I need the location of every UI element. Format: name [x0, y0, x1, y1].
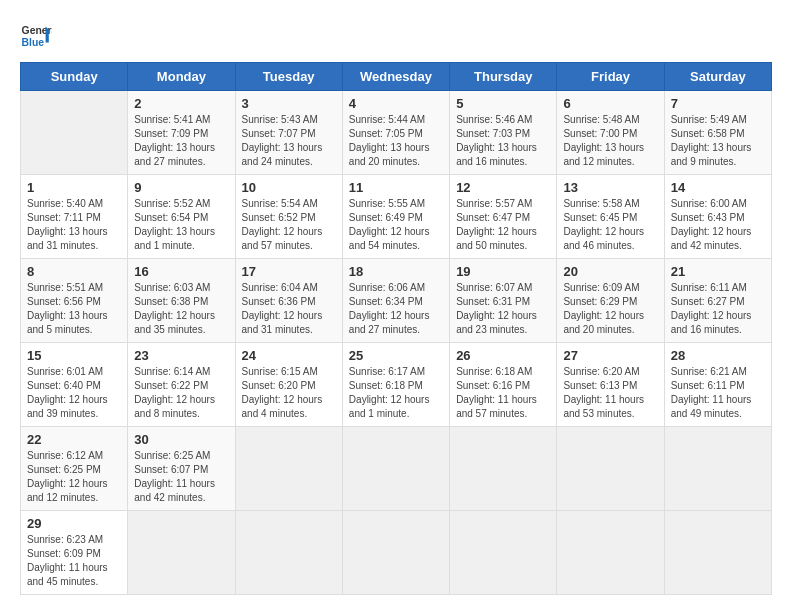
cell-content: Sunrise: 5:48 AM Sunset: 7:00 PM Dayligh…: [563, 113, 657, 169]
day-number: 1: [27, 180, 121, 195]
cell-content: Sunrise: 5:44 AM Sunset: 7:05 PM Dayligh…: [349, 113, 443, 169]
cell-content: Sunrise: 6:15 AM Sunset: 6:20 PM Dayligh…: [242, 365, 336, 421]
calendar-cell: 12Sunrise: 5:57 AM Sunset: 6:47 PM Dayli…: [450, 175, 557, 259]
cell-content: Sunrise: 6:01 AM Sunset: 6:40 PM Dayligh…: [27, 365, 121, 421]
weekday-header-cell: Sunday: [21, 63, 128, 91]
calendar-cell: [664, 511, 771, 595]
day-number: 26: [456, 348, 550, 363]
calendar-cell: 13Sunrise: 5:58 AM Sunset: 6:45 PM Dayli…: [557, 175, 664, 259]
day-number: 9: [134, 180, 228, 195]
calendar-cell: 4Sunrise: 5:44 AM Sunset: 7:05 PM Daylig…: [342, 91, 449, 175]
calendar-row: 22Sunrise: 6:12 AM Sunset: 6:25 PM Dayli…: [21, 427, 772, 511]
cell-content: Sunrise: 6:21 AM Sunset: 6:11 PM Dayligh…: [671, 365, 765, 421]
calendar-cell: [664, 427, 771, 511]
weekday-header-cell: Friday: [557, 63, 664, 91]
cell-content: Sunrise: 5:54 AM Sunset: 6:52 PM Dayligh…: [242, 197, 336, 253]
day-number: 28: [671, 348, 765, 363]
day-number: 25: [349, 348, 443, 363]
calendar-cell: 16Sunrise: 6:03 AM Sunset: 6:38 PM Dayli…: [128, 259, 235, 343]
calendar-cell: [128, 511, 235, 595]
calendar-cell: 10Sunrise: 5:54 AM Sunset: 6:52 PM Dayli…: [235, 175, 342, 259]
day-number: 21: [671, 264, 765, 279]
calendar-row: 29Sunrise: 6:23 AM Sunset: 6:09 PM Dayli…: [21, 511, 772, 595]
calendar-cell: 28Sunrise: 6:21 AM Sunset: 6:11 PM Dayli…: [664, 343, 771, 427]
calendar-cell: [557, 427, 664, 511]
day-number: 7: [671, 96, 765, 111]
calendar-cell: 3Sunrise: 5:43 AM Sunset: 7:07 PM Daylig…: [235, 91, 342, 175]
calendar-cell: [21, 91, 128, 175]
day-number: 18: [349, 264, 443, 279]
day-number: 5: [456, 96, 550, 111]
cell-content: Sunrise: 6:25 AM Sunset: 6:07 PM Dayligh…: [134, 449, 228, 505]
cell-content: Sunrise: 5:52 AM Sunset: 6:54 PM Dayligh…: [134, 197, 228, 253]
cell-content: Sunrise: 6:07 AM Sunset: 6:31 PM Dayligh…: [456, 281, 550, 337]
weekday-header-cell: Tuesday: [235, 63, 342, 91]
day-number: 16: [134, 264, 228, 279]
calendar-cell: 18Sunrise: 6:06 AM Sunset: 6:34 PM Dayli…: [342, 259, 449, 343]
calendar-table: SundayMondayTuesdayWednesdayThursdayFrid…: [20, 62, 772, 595]
cell-content: Sunrise: 6:14 AM Sunset: 6:22 PM Dayligh…: [134, 365, 228, 421]
calendar-cell: 11Sunrise: 5:55 AM Sunset: 6:49 PM Dayli…: [342, 175, 449, 259]
calendar-cell: 27Sunrise: 6:20 AM Sunset: 6:13 PM Dayli…: [557, 343, 664, 427]
calendar-cell: 9Sunrise: 5:52 AM Sunset: 6:54 PM Daylig…: [128, 175, 235, 259]
calendar-body: 2Sunrise: 5:41 AM Sunset: 7:09 PM Daylig…: [21, 91, 772, 595]
calendar-cell: 17Sunrise: 6:04 AM Sunset: 6:36 PM Dayli…: [235, 259, 342, 343]
day-number: 19: [456, 264, 550, 279]
calendar-cell: [450, 511, 557, 595]
day-number: 17: [242, 264, 336, 279]
cell-content: Sunrise: 5:58 AM Sunset: 6:45 PM Dayligh…: [563, 197, 657, 253]
calendar-cell: [342, 427, 449, 511]
calendar-cell: 23Sunrise: 6:14 AM Sunset: 6:22 PM Dayli…: [128, 343, 235, 427]
day-number: 4: [349, 96, 443, 111]
day-number: 8: [27, 264, 121, 279]
calendar-cell: 15Sunrise: 6:01 AM Sunset: 6:40 PM Dayli…: [21, 343, 128, 427]
calendar-cell: [235, 511, 342, 595]
header: General Blue: [20, 20, 772, 52]
cell-content: Sunrise: 5:49 AM Sunset: 6:58 PM Dayligh…: [671, 113, 765, 169]
calendar-cell: 6Sunrise: 5:48 AM Sunset: 7:00 PM Daylig…: [557, 91, 664, 175]
day-number: 15: [27, 348, 121, 363]
day-number: 2: [134, 96, 228, 111]
cell-content: Sunrise: 5:43 AM Sunset: 7:07 PM Dayligh…: [242, 113, 336, 169]
cell-content: Sunrise: 5:46 AM Sunset: 7:03 PM Dayligh…: [456, 113, 550, 169]
calendar-cell: 21Sunrise: 6:11 AM Sunset: 6:27 PM Dayli…: [664, 259, 771, 343]
calendar-cell: 26Sunrise: 6:18 AM Sunset: 6:16 PM Dayli…: [450, 343, 557, 427]
day-number: 6: [563, 96, 657, 111]
calendar-cell: 1Sunrise: 5:40 AM Sunset: 7:11 PM Daylig…: [21, 175, 128, 259]
day-number: 24: [242, 348, 336, 363]
calendar-cell: 5Sunrise: 5:46 AM Sunset: 7:03 PM Daylig…: [450, 91, 557, 175]
cell-content: Sunrise: 6:17 AM Sunset: 6:18 PM Dayligh…: [349, 365, 443, 421]
calendar-cell: 29Sunrise: 6:23 AM Sunset: 6:09 PM Dayli…: [21, 511, 128, 595]
calendar-cell: 22Sunrise: 6:12 AM Sunset: 6:25 PM Dayli…: [21, 427, 128, 511]
weekday-header-cell: Saturday: [664, 63, 771, 91]
weekday-header-cell: Monday: [128, 63, 235, 91]
cell-content: Sunrise: 6:11 AM Sunset: 6:27 PM Dayligh…: [671, 281, 765, 337]
day-number: 23: [134, 348, 228, 363]
day-number: 10: [242, 180, 336, 195]
day-number: 22: [27, 432, 121, 447]
svg-text:Blue: Blue: [22, 37, 45, 48]
cell-content: Sunrise: 6:12 AM Sunset: 6:25 PM Dayligh…: [27, 449, 121, 505]
calendar-row: 15Sunrise: 6:01 AM Sunset: 6:40 PM Dayli…: [21, 343, 772, 427]
calendar-cell: [557, 511, 664, 595]
calendar-cell: 24Sunrise: 6:15 AM Sunset: 6:20 PM Dayli…: [235, 343, 342, 427]
day-number: 13: [563, 180, 657, 195]
cell-content: Sunrise: 6:23 AM Sunset: 6:09 PM Dayligh…: [27, 533, 121, 589]
cell-content: Sunrise: 6:18 AM Sunset: 6:16 PM Dayligh…: [456, 365, 550, 421]
cell-content: Sunrise: 5:57 AM Sunset: 6:47 PM Dayligh…: [456, 197, 550, 253]
cell-content: Sunrise: 6:04 AM Sunset: 6:36 PM Dayligh…: [242, 281, 336, 337]
cell-content: Sunrise: 6:06 AM Sunset: 6:34 PM Dayligh…: [349, 281, 443, 337]
calendar-row: 1Sunrise: 5:40 AM Sunset: 7:11 PM Daylig…: [21, 175, 772, 259]
calendar-cell: 2Sunrise: 5:41 AM Sunset: 7:09 PM Daylig…: [128, 91, 235, 175]
calendar-cell: 30Sunrise: 6:25 AM Sunset: 6:07 PM Dayli…: [128, 427, 235, 511]
calendar-cell: [342, 511, 449, 595]
calendar-cell: 20Sunrise: 6:09 AM Sunset: 6:29 PM Dayli…: [557, 259, 664, 343]
weekday-header-cell: Wednesday: [342, 63, 449, 91]
day-number: 30: [134, 432, 228, 447]
cell-content: Sunrise: 5:51 AM Sunset: 6:56 PM Dayligh…: [27, 281, 121, 337]
cell-content: Sunrise: 6:09 AM Sunset: 6:29 PM Dayligh…: [563, 281, 657, 337]
day-number: 12: [456, 180, 550, 195]
day-number: 29: [27, 516, 121, 531]
day-number: 11: [349, 180, 443, 195]
calendar-cell: [235, 427, 342, 511]
